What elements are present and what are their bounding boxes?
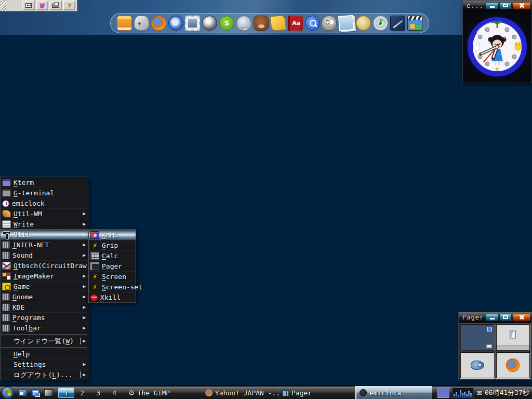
submenu-item-screen-set[interactable]: ⚡Screen-set (89, 282, 136, 292)
util-submenu: XMMS ⚡Grip Calc Pager ⚡Screen ⚡Screen-se… (88, 229, 136, 303)
game-icon (2, 283, 11, 290)
wallet-folder-icon[interactable] (270, 15, 286, 32)
gimp-icon[interactable] (322, 16, 337, 31)
menu-item-inter-net[interactable]: INTER-NET▶ (1, 240, 88, 250)
mini-toolbar: --- W ? (0, 0, 77, 11)
toolbar-drag-handle[interactable] (0, 1, 6, 11)
close-button[interactable] (513, 314, 530, 321)
menu-item-logout[interactable]: ログアウト(L)...▶ (1, 369, 88, 380)
submenu-item-screen[interactable]: ⚡Screen (89, 271, 136, 282)
menu-item-kde[interactable]: KDE▶ (1, 302, 88, 312)
help-button[interactable]: ? (63, 1, 75, 10)
menu-item-g-terminal[interactable]: G-terminal (1, 188, 88, 198)
skype-icon[interactable]: S (219, 16, 234, 31)
menu-item-qtbsch[interactable]: Qtbsch(CircuitDraw) (1, 260, 88, 271)
submenu-item-xkill[interactable]: STOPXkill (89, 292, 136, 302)
task-yahoo-japan[interactable]: Yahoo! JAPAN -... (202, 386, 278, 399)
folder-icon (2, 241, 10, 249)
menu-item-game[interactable]: Game▶ (1, 281, 88, 291)
firefox-icon (506, 358, 520, 372)
submenu-arrow-icon: ▶ (83, 274, 86, 278)
mail-stamp-icon[interactable] (185, 16, 200, 31)
maximize-button[interactable] (499, 2, 512, 9)
menu-item-kterm[interactable]: Kterm (1, 177, 88, 188)
taskbar: 1 2 3 4 ⚙The GIMP Yahoo! JAPAN -... Page… (0, 385, 532, 399)
music-cd-icon[interactable] (373, 16, 388, 31)
search-icon[interactable] (305, 16, 320, 31)
firefox-icon[interactable] (151, 16, 166, 31)
task-emiclock[interactable]: emiclock (355, 386, 432, 399)
minimize-button[interactable] (486, 314, 498, 321)
lightning-icon: ⚡ (90, 273, 99, 281)
cow-icon[interactable] (254, 16, 269, 31)
submenu-arrow-icon: ▶ (83, 362, 86, 367)
desktop-button-3[interactable]: 3 (90, 388, 107, 398)
external-drive-icon[interactable] (117, 16, 132, 31)
print-button[interactable] (49, 1, 62, 10)
menu-item-util-wm[interactable]: Util-WM▶ (1, 208, 88, 219)
submenu-item-pager[interactable]: Pager (89, 261, 136, 271)
menu-item-help[interactable]: Help (1, 349, 88, 359)
toolbar-label: --- (7, 2, 22, 9)
hammer-icon (2, 231, 11, 238)
clock-icon (2, 200, 9, 207)
menu-item-gnome[interactable]: Gnome▶ (1, 291, 88, 302)
menu-item-settings[interactable]: Settings▶ (1, 359, 88, 369)
window-list-button[interactable] (29, 388, 42, 398)
songbird-icon[interactable] (168, 16, 183, 31)
input-method-button[interactable] (22, 1, 35, 10)
window-manager-button[interactable]: W (36, 1, 48, 10)
pager-desktop-4[interactable] (496, 352, 530, 379)
dictionary-icon[interactable]: Aa (288, 16, 303, 31)
screen-button[interactable] (42, 388, 55, 398)
menu-item-toolbar[interactable]: Toolbar▶ (1, 323, 88, 333)
menu-item-imagemaker[interactable]: ImageMaker▶ (1, 271, 88, 281)
start-button[interactable] (2, 387, 14, 399)
desktop-button-1[interactable]: 1 (58, 388, 74, 398)
emiclock-titlebar[interactable]: e... (463, 1, 531, 11)
pager-desktop-3[interactable] (460, 352, 495, 379)
menu-item-write[interactable]: Write▶ (1, 219, 88, 229)
stop-sign-icon: STOP (90, 294, 98, 301)
menu-item-sound[interactable]: Sound▶ (1, 250, 88, 260)
menu-item-programs[interactable]: Programs▶ (1, 312, 88, 323)
lightbulb-icon[interactable] (236, 16, 251, 31)
keymap-icon (25, 3, 32, 8)
utility-disc-icon[interactable] (356, 16, 371, 31)
close-button[interactable] (513, 2, 530, 9)
desktop-button-2[interactable]: 2 (74, 388, 90, 398)
pager-desktop-2[interactable] (496, 324, 530, 351)
submenu-item-xmms[interactable]: XMMS (89, 230, 136, 240)
menu-item-window-list[interactable]: ウインドウ一覧(W)▶ (1, 336, 88, 346)
help-icon: ? (67, 2, 71, 9)
game-controller-icon[interactable] (134, 16, 149, 31)
movie-clapper-icon[interactable] (407, 16, 422, 31)
task-the-gimp[interactable]: ⚙The GIMP (125, 386, 202, 399)
menu-item-util[interactable]: Util▶ (1, 229, 88, 240)
submenu-arrow-icon: ▶ (83, 315, 86, 320)
emiclock-window: e... (462, 0, 532, 83)
system-tray: ✉ 06時41分37秒 (437, 388, 532, 398)
pager-titlebar[interactable]: Pager (459, 312, 531, 323)
task-pager[interactable]: Pager (278, 386, 355, 399)
notebook-pen-icon[interactable] (390, 16, 405, 31)
pager-applet[interactable] (437, 388, 449, 398)
show-desktop-button[interactable] (16, 388, 29, 398)
desktop-button-4[interactable]: 4 (107, 388, 123, 398)
mail-icon[interactable]: ✉ (476, 390, 482, 396)
pager-desktop-1[interactable] (460, 324, 495, 351)
folder-icon (2, 303, 10, 311)
terminal-icon (2, 189, 11, 197)
submenu-item-grip[interactable]: ⚡Grip (89, 240, 136, 250)
submenu-item-calc[interactable]: Calc (89, 250, 136, 261)
pager-body (459, 323, 531, 380)
xmms-icon (90, 231, 99, 239)
web-globe-icon[interactable] (202, 16, 217, 31)
start-flag-icon (5, 390, 11, 396)
maximize-button[interactable] (499, 314, 512, 321)
menu-separator (1, 347, 87, 348)
menu-item-emiclock[interactable]: emiclock (1, 198, 88, 208)
photos-icon[interactable] (338, 15, 354, 31)
minimize-button[interactable] (486, 2, 498, 9)
submenu-arrow-icon: ▶ (83, 373, 86, 377)
